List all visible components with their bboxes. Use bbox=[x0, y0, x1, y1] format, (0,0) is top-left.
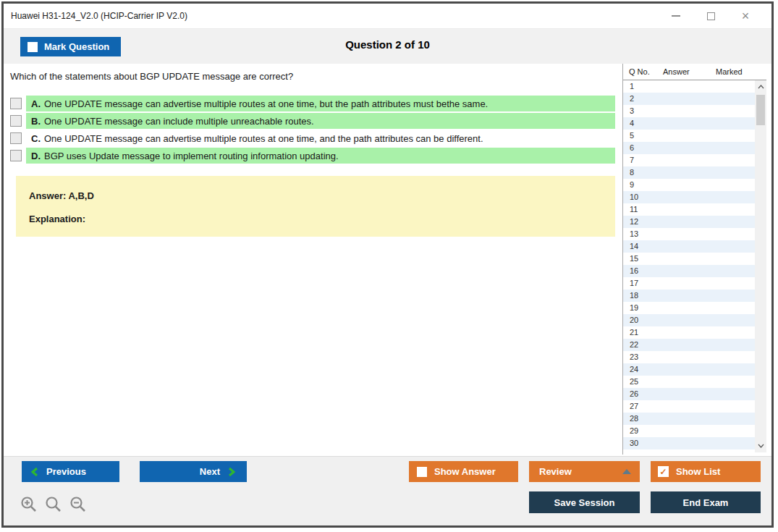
question-list-row[interactable]: 30 bbox=[623, 437, 755, 449]
close-icon: × bbox=[742, 9, 750, 22]
show-list-label: Show List bbox=[676, 466, 720, 477]
zoom-out-icon[interactable] bbox=[69, 496, 88, 515]
question-text: Which of the statements about BGP UPDATE… bbox=[10, 71, 293, 82]
maximize-button[interactable] bbox=[703, 9, 718, 23]
show-answer-button[interactable]: Show Answer bbox=[409, 461, 518, 482]
minimize-button[interactable] bbox=[669, 9, 683, 23]
next-label: Next bbox=[200, 466, 220, 477]
question-list-row[interactable]: 1 bbox=[623, 80, 755, 93]
question-list-row[interactable]: 11 bbox=[623, 203, 755, 216]
question-list-row[interactable]: 19 bbox=[623, 302, 755, 314]
question-list-rows: 1234567891011121314151617181920212223242… bbox=[623, 80, 755, 452]
question-list-row[interactable]: 5 bbox=[623, 130, 755, 142]
options-list: A.One UPDATE message can advertise multi… bbox=[10, 96, 615, 165]
question-list-row[interactable]: 3 bbox=[623, 105, 755, 117]
question-list-row[interactable]: 25 bbox=[623, 376, 755, 388]
question-list-row[interactable]: 7 bbox=[623, 154, 755, 166]
question-list-row[interactable]: 18 bbox=[623, 290, 755, 302]
option-checkbox[interactable] bbox=[10, 115, 22, 127]
previous-button[interactable]: Previous bbox=[22, 461, 119, 482]
save-session-button[interactable]: Save Session bbox=[529, 491, 640, 513]
question-list-row[interactable]: 20 bbox=[623, 314, 755, 326]
triangle-up-icon bbox=[622, 469, 631, 474]
zoom-in-icon[interactable] bbox=[20, 496, 38, 515]
option-text: B.One UPDATE message can include multipl… bbox=[26, 113, 615, 129]
chevron-left-icon bbox=[31, 467, 38, 477]
question-list-row[interactable]: 2 bbox=[623, 93, 755, 105]
scroll-down-icon[interactable] bbox=[755, 439, 766, 452]
show-answer-checkbox[interactable] bbox=[417, 467, 427, 477]
explanation-label: Explanation: bbox=[29, 214, 85, 224]
question-list-row[interactable]: 12 bbox=[623, 216, 755, 228]
header-strip: Mark Question Question 2 of 10 bbox=[4, 29, 771, 64]
option-row-a[interactable]: A.One UPDATE message can advertise multi… bbox=[10, 96, 615, 111]
question-list-row[interactable]: 21 bbox=[623, 326, 755, 339]
question-list-row[interactable]: 15 bbox=[623, 253, 755, 265]
footer-bar: Previous Next Show Answer Review ✓ Show … bbox=[4, 456, 771, 528]
option-text: A.One UPDATE message can advertise multi… bbox=[26, 96, 615, 111]
option-row-c[interactable]: C.One UPDATE message can advertise multi… bbox=[10, 130, 615, 146]
show-answer-label: Show Answer bbox=[434, 466, 496, 477]
question-list-row[interactable]: 17 bbox=[623, 277, 755, 290]
question-list-row[interactable]: 14 bbox=[623, 240, 755, 253]
window-controls: × bbox=[669, 9, 771, 23]
end-exam-button[interactable]: End Exam bbox=[651, 491, 761, 513]
question-list-row[interactable]: 27 bbox=[623, 400, 755, 413]
zoom-controls bbox=[20, 496, 88, 515]
window-title: Huawei H31-124_V2.0 (HCIP-Carrier IP V2.… bbox=[4, 11, 187, 21]
end-exam-label: End Exam bbox=[683, 497, 729, 508]
option-checkbox[interactable] bbox=[10, 132, 22, 144]
answer-text: Answer: A,B,D bbox=[29, 190, 94, 201]
scroll-up-icon[interactable] bbox=[755, 80, 766, 93]
next-button[interactable]: Next bbox=[140, 461, 247, 482]
option-row-d[interactable]: D.BGP uses Update message to implement r… bbox=[10, 148, 615, 164]
zoom-reset-icon[interactable] bbox=[45, 496, 63, 515]
review-button[interactable]: Review bbox=[529, 461, 640, 482]
maximize-icon bbox=[707, 12, 715, 20]
column-marked: Marked bbox=[716, 67, 743, 76]
option-text: D.BGP uses Update message to implement r… bbox=[26, 148, 615, 164]
close-button[interactable]: × bbox=[738, 9, 753, 23]
question-list-row[interactable]: 28 bbox=[623, 413, 755, 425]
option-text: C.One UPDATE message can advertise multi… bbox=[26, 130, 615, 146]
question-list-row[interactable]: 16 bbox=[623, 265, 755, 277]
column-answer: Answer bbox=[663, 67, 716, 76]
option-row-b[interactable]: B.One UPDATE message can include multipl… bbox=[10, 113, 615, 129]
show-list-button[interactable]: ✓ Show List bbox=[651, 461, 761, 482]
option-checkbox[interactable] bbox=[10, 150, 22, 161]
question-counter: Question 2 of 10 bbox=[4, 38, 771, 51]
review-label: Review bbox=[539, 466, 572, 477]
question-list-row[interactable]: 8 bbox=[623, 166, 755, 179]
show-list-checkbox[interactable]: ✓ bbox=[658, 466, 669, 477]
question-list-row[interactable]: 9 bbox=[623, 179, 755, 191]
answer-box: Answer: A,B,D Explanation: bbox=[16, 176, 615, 237]
app-window: Huawei H31-124_V2.0 (HCIP-Carrier IP V2.… bbox=[0, 0, 778, 532]
question-list-row[interactable]: 13 bbox=[623, 228, 755, 240]
title-bar: Huawei H31-124_V2.0 (HCIP-Carrier IP V2.… bbox=[4, 4, 771, 29]
minimize-icon bbox=[672, 15, 680, 17]
question-list-row[interactable]: 4 bbox=[623, 117, 755, 130]
question-list-row[interactable]: 29 bbox=[623, 425, 755, 437]
option-checkbox[interactable] bbox=[10, 98, 22, 109]
question-list-row[interactable]: 10 bbox=[623, 191, 755, 203]
save-session-label: Save Session bbox=[554, 497, 615, 508]
chevron-right-icon bbox=[228, 467, 235, 477]
previous-label: Previous bbox=[46, 466, 86, 477]
question-list-row[interactable]: 6 bbox=[623, 142, 755, 154]
column-qno: Q No. bbox=[623, 67, 663, 76]
question-list-row[interactable]: 26 bbox=[623, 388, 755, 400]
question-list-row[interactable]: 22 bbox=[623, 339, 755, 351]
question-list-row[interactable]: 24 bbox=[623, 363, 755, 376]
question-list-row[interactable]: 23 bbox=[623, 351, 755, 363]
question-list-header: Q No. Answer Marked bbox=[623, 64, 766, 80]
question-list-scrollbar[interactable] bbox=[755, 80, 766, 452]
scrollbar-thumb[interactable] bbox=[756, 95, 765, 125]
